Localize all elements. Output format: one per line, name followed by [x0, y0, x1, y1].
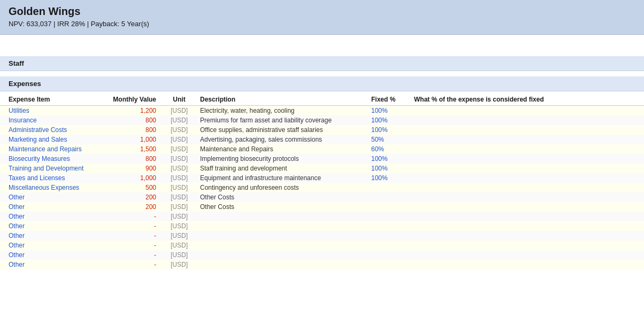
- expense-value[interactable]: -: [107, 241, 160, 250]
- expense-value[interactable]: 1,000: [107, 173, 160, 183]
- expense-note: [412, 125, 644, 135]
- expense-note: [412, 115, 644, 125]
- expense-unit: [USD]: [160, 164, 198, 173]
- expense-note: [412, 241, 644, 250]
- expense-fixed-pct[interactable]: 100%: [369, 125, 412, 135]
- col-header-unit: Unit: [160, 91, 198, 106]
- expense-value[interactable]: 900: [107, 164, 160, 173]
- table-row: Utilities1,200[USD]Electricity, water, h…: [0, 106, 644, 116]
- expense-value[interactable]: 200: [107, 202, 160, 212]
- expense-description: Implementing biosecurity protocols: [198, 154, 369, 164]
- expense-note: [412, 135, 644, 144]
- col-header-fixed-pct: Fixed %: [369, 91, 412, 106]
- expense-fixed-pct[interactable]: [369, 231, 412, 241]
- expense-value[interactable]: 1,200: [107, 106, 160, 116]
- expense-description: [198, 231, 369, 241]
- table-row: Miscellaneous Expenses500[USD]Contingenc…: [0, 183, 644, 192]
- expense-fixed-pct[interactable]: 100%: [369, 164, 412, 173]
- table-header-row: Expense Item Monthly Value Unit Descript…: [0, 91, 644, 106]
- expense-name[interactable]: Other: [0, 260, 107, 269]
- table-row: Other-[USD]: [0, 260, 644, 269]
- expense-fixed-pct[interactable]: [369, 241, 412, 250]
- expense-fixed-pct[interactable]: [369, 183, 412, 192]
- expense-name[interactable]: Maintenance and Repairs: [0, 144, 107, 154]
- table-row: Biosecurity Measures800[USD]Implementing…: [0, 154, 644, 164]
- expense-unit: [USD]: [160, 221, 198, 231]
- spacer: [0, 35, 644, 56]
- expense-description: [198, 221, 369, 231]
- expense-fixed-pct[interactable]: 100%: [369, 106, 412, 116]
- expense-fixed-pct[interactable]: 100%: [369, 154, 412, 164]
- col-header-monthly-value: Monthly Value: [107, 91, 160, 106]
- table-row: Insurance800[USD]Premiums for farm asset…: [0, 115, 644, 125]
- expense-description: [198, 241, 369, 250]
- expense-note: [412, 106, 644, 116]
- expense-note: [412, 144, 644, 154]
- expense-fixed-pct[interactable]: 100%: [369, 115, 412, 125]
- table-row: Marketing and Sales1,000[USD]Advertising…: [0, 135, 644, 144]
- expense-value[interactable]: 800: [107, 125, 160, 135]
- expense-fixed-pct[interactable]: [369, 202, 412, 212]
- expense-name[interactable]: Other: [0, 202, 107, 212]
- table-row: Administrative Costs800[USD]Office suppl…: [0, 125, 644, 135]
- expense-value[interactable]: 800: [107, 154, 160, 164]
- expense-unit: [USD]: [160, 212, 198, 221]
- expense-name[interactable]: Other: [0, 250, 107, 260]
- expense-value[interactable]: -: [107, 260, 160, 269]
- expense-name[interactable]: Training and Development: [0, 164, 107, 173]
- table-row: Taxes and Licenses1,000[USD]Equipment an…: [0, 173, 644, 183]
- expense-name[interactable]: Utilities: [0, 106, 107, 116]
- col-header-description: Description: [198, 91, 369, 106]
- expense-fixed-pct[interactable]: 100%: [369, 173, 412, 183]
- expense-value[interactable]: -: [107, 250, 160, 260]
- expense-fixed-pct[interactable]: [369, 212, 412, 221]
- gap: [0, 71, 644, 76]
- expense-unit: [USD]: [160, 231, 198, 241]
- table-row: Training and Development900[USD]Staff tr…: [0, 164, 644, 173]
- expense-name[interactable]: Other: [0, 231, 107, 241]
- expense-value[interactable]: 500: [107, 183, 160, 192]
- expense-fixed-pct[interactable]: [369, 221, 412, 231]
- expense-name[interactable]: Administrative Costs: [0, 125, 107, 135]
- expense-note: [412, 250, 644, 260]
- expense-value[interactable]: 800: [107, 115, 160, 125]
- expense-value[interactable]: -: [107, 212, 160, 221]
- expense-value[interactable]: 1,000: [107, 135, 160, 144]
- expense-name[interactable]: Miscellaneous Expenses: [0, 183, 107, 192]
- expense-name[interactable]: Insurance: [0, 115, 107, 125]
- expense-description: Contingency and unforeseen costs: [198, 183, 369, 192]
- expense-name[interactable]: Marketing and Sales: [0, 135, 107, 144]
- expense-description: Staff training and development: [198, 164, 369, 173]
- expense-name[interactable]: Other: [0, 192, 107, 202]
- expense-note: [412, 173, 644, 183]
- expense-note: [412, 260, 644, 269]
- expenses-table: Expense Item Monthly Value Unit Descript…: [0, 91, 644, 269]
- expense-value[interactable]: -: [107, 221, 160, 231]
- expense-name[interactable]: Other: [0, 221, 107, 231]
- expense-value[interactable]: 200: [107, 192, 160, 202]
- expense-unit: [USD]: [160, 183, 198, 192]
- expense-fixed-pct[interactable]: 60%: [369, 144, 412, 154]
- expense-unit: [USD]: [160, 135, 198, 144]
- expense-note: [412, 202, 644, 212]
- expense-name[interactable]: Taxes and Licenses: [0, 173, 107, 183]
- table-row: Other-[USD]: [0, 212, 644, 221]
- expense-fixed-pct[interactable]: [369, 250, 412, 260]
- expense-name[interactable]: Biosecurity Measures: [0, 154, 107, 164]
- expense-name[interactable]: Other: [0, 241, 107, 250]
- expense-unit: [USD]: [160, 241, 198, 250]
- expense-name[interactable]: Other: [0, 212, 107, 221]
- expense-description: Office supplies, administrative staff sa…: [198, 125, 369, 135]
- table-row: Maintenance and Repairs1,500[USD]Mainten…: [0, 144, 644, 154]
- table-row: Other200[USD]Other Costs: [0, 192, 644, 202]
- expense-value[interactable]: -: [107, 231, 160, 241]
- expense-description: Other Costs: [198, 192, 369, 202]
- expense-fixed-pct[interactable]: [369, 192, 412, 202]
- expense-fixed-pct[interactable]: [369, 260, 412, 269]
- expense-value[interactable]: 1,500: [107, 144, 160, 154]
- expense-unit: [USD]: [160, 106, 198, 116]
- expense-unit: [USD]: [160, 154, 198, 164]
- expense-fixed-pct[interactable]: 50%: [369, 135, 412, 144]
- expense-unit: [USD]: [160, 250, 198, 260]
- expense-unit: [USD]: [160, 173, 198, 183]
